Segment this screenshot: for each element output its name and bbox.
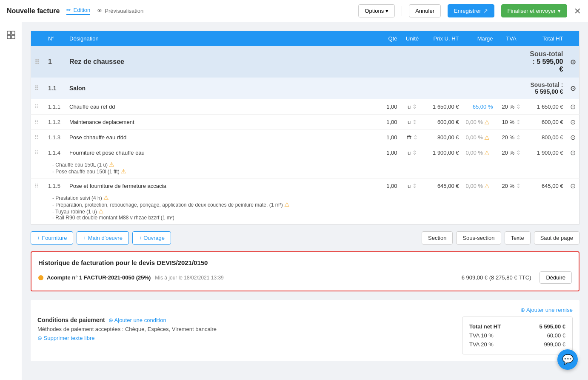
btn-section[interactable]: Section (422, 231, 453, 245)
close-button[interactable]: ✕ (574, 6, 581, 16)
collapse-icon[interactable]: ⊙ (570, 149, 576, 156)
nav-divider (402, 6, 402, 16)
item-num: 1.1.2 (45, 115, 66, 130)
conditions-title-row: Conditions de paiement ⊕ Ajouter une con… (37, 317, 454, 323)
add-condition-link[interactable]: ⊕ Ajouter une condition (108, 317, 166, 323)
item-qte: 1,00 (375, 99, 401, 115)
page-title: Nouvelle facture (7, 7, 60, 15)
btn-saut-page[interactable]: Saut de page (534, 231, 579, 245)
drag-handle[interactable]: ⠿ (34, 85, 39, 92)
options-button[interactable]: Options ▾ (358, 4, 395, 17)
item-num: 1.1.3 (45, 130, 66, 145)
conditions-left: Conditions de paiement ⊕ Ajouter une con… (37, 317, 454, 354)
drag-handle[interactable]: ⠿ (34, 150, 39, 156)
finalize-button[interactable]: Finaliser et envoyer ▾ (501, 4, 567, 17)
collapse-icon[interactable]: ⊙ (570, 134, 576, 141)
table-row: ⠿ 1.1.1 Chauffe eau ref dd 1,00 u ⇕ 1 65… (31, 99, 579, 115)
conditions-section: ⊕ Ajouter une remise Conditions de paiem… (31, 300, 579, 361)
item-designation: Pose chhauffe eau rfdd (66, 130, 375, 145)
total-value: 5 595,00 € (539, 323, 565, 330)
tab-preview[interactable]: 👁 Prévisualisation (97, 8, 143, 14)
item-qte: 1,00 (375, 145, 401, 161)
total-row-net: Total net HT 5 595,00 € (469, 322, 565, 331)
drag-handle[interactable]: ⠿ (34, 119, 39, 125)
collapse-icon[interactable]: ⊙ (570, 85, 576, 92)
tva-arrow[interactable]: ⇕ (516, 119, 521, 125)
history-item-label: Acompte n° 1 FACTUR-2021-0050 (25%) (47, 274, 151, 281)
tab-edition[interactable]: ✏ Edition (66, 7, 90, 15)
table-row-subdesc: - Prestation suivi (4 h) ⚠ - Préparation… (31, 193, 579, 225)
total-row-tva20: TVA 20 % 999,00 € (469, 340, 565, 349)
chat-icon: 💬 (562, 354, 574, 365)
subsection-subtotal: Sous-total : 5 595,00 € (526, 78, 567, 99)
eye-icon: 👁 (97, 8, 103, 14)
item-prix: 645,00 € (424, 178, 462, 194)
arrow-ud-icon[interactable]: ⇕ (412, 119, 417, 125)
tva10-value: 60,00 € (547, 332, 565, 339)
drag-handle[interactable]: ⠿ (34, 58, 40, 66)
chevron-down-icon: ▾ (385, 8, 388, 14)
section-num: 1 (45, 46, 66, 78)
conditions-title: Conditions de paiement (37, 317, 105, 323)
section-label: Rez de chaussee (66, 46, 375, 78)
col-marge: Marge (462, 31, 497, 46)
sidebar (0, 22, 22, 380)
cancel-button[interactable]: Annuler (409, 4, 441, 17)
svg-rect-0 (7, 31, 11, 35)
arrow-ud-icon[interactable]: ⇕ (413, 134, 418, 141)
arrow-ud-icon[interactable]: ⇕ (412, 104, 417, 110)
item-marge: 0,00 % ⚠ (466, 183, 493, 190)
export-icon: ↗ (483, 8, 488, 14)
total-label: Total net HT (469, 323, 501, 330)
col-total: Total HT (526, 31, 567, 46)
chat-button[interactable]: 💬 (557, 349, 578, 370)
tva-arrow[interactable]: ⇕ (516, 183, 521, 189)
arrow-ud-icon[interactable]: ⇕ (412, 183, 417, 189)
chevron-down-icon-finalize: ▾ (558, 8, 561, 14)
btn-fourniture[interactable]: + Fourniture (31, 231, 73, 245)
drag-handle[interactable]: ⠿ (34, 183, 39, 189)
tva-arrow[interactable]: ⇕ (516, 150, 521, 156)
table-row: ⠿ 1.1.3 Pose chhauffe eau rfdd 1,00 fft … (31, 130, 579, 145)
item-total: 600,00 € (526, 115, 567, 130)
item-sub-desc: - Prestation suivi (4 h) ⚠ - Préparation… (31, 193, 579, 225)
add-remise-link[interactable]: ⊕ Ajouter une remise (520, 307, 573, 313)
drag-handle[interactable]: ⠿ (34, 104, 39, 110)
collapse-icon[interactable]: ⊙ (570, 118, 576, 126)
suppr-texte-link[interactable]: ⊖ Supprimer texte libre (37, 335, 95, 341)
collapse-icon[interactable]: ⊙ (570, 182, 576, 190)
item-prix: 1 900,00 € (424, 145, 462, 161)
tva-arrow[interactable]: ⇕ (516, 134, 521, 141)
drag-handle[interactable]: ⠿ (34, 134, 39, 141)
history-item-amount: 6 909,00 € (8 275,80 € TTC) (462, 274, 531, 281)
table-row: ⠿ 1.1.2 Maintenance deplacement 1,00 u ⇕… (31, 115, 579, 130)
main-content: N° Désignation Qté Unité Prix U. HT Marg… (22, 22, 588, 380)
tva-arrow[interactable]: ⇕ (516, 104, 521, 110)
col-tva: TVA (497, 31, 526, 46)
col-num: N° (45, 31, 66, 46)
item-total: 1 650,00 € (526, 99, 567, 115)
pencil-icon: ✏ (66, 7, 71, 13)
item-prix: 600,00 € (424, 115, 462, 130)
item-total: 1 900,00 € (526, 145, 567, 161)
save-button[interactable]: Enregistrer ↗ (448, 4, 494, 17)
collapse-icon[interactable]: ⊙ (570, 103, 576, 110)
item-marge: 65,00 % (473, 104, 493, 110)
total-row-tva10: TVA 10 % 60,00 € (469, 331, 565, 340)
warn-icon: ⚠ (484, 183, 490, 190)
sidebar-icon-box[interactable] (3, 27, 19, 43)
btn-main-oeuvre[interactable]: + Main d'oeuvre (77, 231, 128, 245)
btn-sous-section[interactable]: Sous-section (456, 231, 501, 245)
item-unite: u ⇕ (401, 99, 424, 115)
tva20-label: TVA 20 % (469, 341, 494, 348)
layout: N° Désignation Qté Unité Prix U. HT Marg… (0, 22, 588, 380)
item-total: 645,00 € (526, 178, 567, 194)
section-subtotal: Sous-total : 5 595,00 € (526, 46, 567, 78)
deduire-button[interactable]: Déduire (539, 271, 572, 284)
collapse-icon[interactable]: ⊙ (570, 58, 576, 66)
table-row-subdesc: - Chauffe eau 150L (1 u) ⚠ - Pose chauff… (31, 160, 579, 178)
arrow-ud-icon[interactable]: ⇕ (412, 150, 417, 156)
btn-texte[interactable]: Texte (505, 231, 531, 245)
btn-ouvrage[interactable]: + Ouvrage (132, 231, 171, 245)
subsection-label: Salon (66, 78, 375, 99)
